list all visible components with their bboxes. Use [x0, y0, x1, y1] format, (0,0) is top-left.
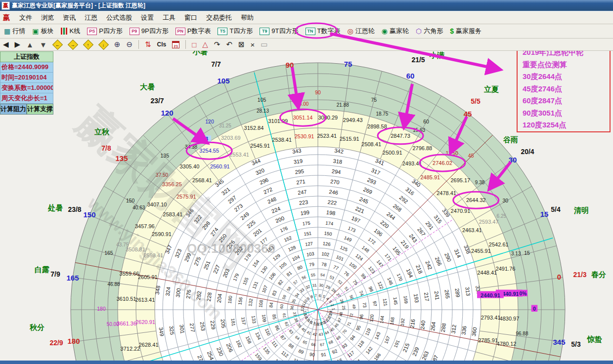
svg-text:2470.91: 2470.91: [451, 208, 471, 214]
menu-item-0[interactable]: 文件: [15, 12, 37, 24]
tool-cls[interactable]: Cls: [154, 40, 170, 48]
svg-text:43: 43: [318, 332, 324, 337]
toolbar-button-quotes[interactable]: ▦行情: [0, 26, 28, 37]
tool-triangle-tool[interactable]: △: [199, 40, 211, 49]
toolbar-button-9p-square[interactable]: P99P四方形: [126, 26, 172, 37]
tool-rotate-cw[interactable]: ↷: [211, 40, 223, 49]
tool-forward[interactable]: ▶: [12, 40, 24, 49]
tool-box-x-tool[interactable]: ⊠: [235, 40, 248, 49]
toolbar-label-p-table: P数字表: [187, 27, 211, 36]
svg-text:135: 135: [115, 154, 128, 162]
svg-text:清明: 清明: [573, 206, 589, 214]
svg-text:2560.91: 2560.91: [210, 163, 230, 169]
svg-text:90: 90: [309, 352, 315, 358]
menu-item-8[interactable]: 交易委托: [202, 12, 236, 24]
svg-text:145: 145: [393, 297, 399, 305]
svg-text:264: 264: [430, 322, 437, 331]
toolbar-button-p-table[interactable]: PNP数字表: [172, 26, 214, 37]
svg-text:37: 37: [292, 312, 297, 317]
tool-screen-tool[interactable]: ▭: [258, 40, 270, 49]
svg-text:25: 25: [341, 305, 346, 311]
info-row-0: 价格=2440.9099: [0, 62, 53, 73]
svg-text:90: 90: [315, 89, 321, 95]
svg-text:127: 127: [305, 241, 313, 247]
svg-text:336: 336: [460, 325, 467, 335]
svg-text:102: 102: [321, 251, 330, 257]
calc-support-button[interactable]: 计算支撑: [27, 104, 53, 115]
menu-item-4[interactable]: 公式选股: [102, 12, 136, 24]
menu-item-2[interactable]: 资讯: [58, 12, 80, 24]
toolbar-button-winner-wheel[interactable]: ◉赢家轮: [378, 26, 412, 37]
svg-text:20/4: 20/4: [521, 148, 534, 156]
tool-flip-up[interactable]: ▲: [23, 40, 37, 49]
toolbar-button-sectors[interactable]: ▣板块: [28, 26, 56, 37]
calc-resistance-button[interactable]: 计算阻力: [0, 104, 27, 115]
hexagon-icon: ⬡: [416, 27, 422, 35]
svg-text:春分: 春分: [591, 270, 606, 279]
tool-flip-down[interactable]: ▼: [37, 40, 50, 49]
annotation-line-3: 45度2746点: [523, 83, 610, 95]
tool-calendar[interactable]: 21: [169, 40, 182, 49]
toolbar-separator: [138, 40, 139, 49]
svg-text:180: 180: [67, 337, 80, 345]
svg-text:2620.91: 2620.91: [135, 319, 155, 325]
toolbar-button-hexagon[interactable]: ⬡六角形: [412, 26, 446, 37]
tool-pan-down[interactable]: ↓: [96, 40, 111, 49]
svg-text:2515.91: 2515.91: [340, 136, 359, 142]
menu-item-6[interactable]: 工具: [158, 12, 180, 24]
tool-rotate-ccw[interactable]: ↶: [223, 40, 235, 49]
svg-text:91: 91: [321, 352, 327, 358]
toolbar-button-gann-wheel[interactable]: ◎江恩轮: [343, 26, 377, 37]
svg-text:21.88: 21.88: [337, 102, 349, 108]
menu-item-7[interactable]: 窗口: [180, 12, 202, 24]
app-icon: 赢: [1, 1, 10, 10]
annotation-box: 2019年江恩轮中轮重要点位测算30度2644点45度2746点60度2847点…: [517, 43, 611, 132]
svg-text:立秋: 立秋: [94, 127, 110, 136]
svg-text:3559.66: 3559.66: [120, 271, 139, 277]
tool-square-tool[interactable]: □: [189, 40, 199, 49]
svg-text:66: 66: [311, 342, 316, 347]
svg-text:2793.41: 2793.41: [481, 315, 501, 321]
tool-zoom-out[interactable]: ⊖: [123, 40, 135, 49]
svg-text:75: 75: [371, 97, 377, 103]
tool-up-down-arrows[interactable]: ⇅: [142, 40, 154, 49]
toolbar-button-kline[interactable]: K线: [56, 26, 83, 37]
tool-pan-right[interactable]: →: [65, 40, 81, 49]
svg-text:3610.51: 3610.51: [117, 296, 136, 302]
menu-item-1[interactable]: 浏览: [37, 12, 58, 24]
toolbar-button-9t-square[interactable]: T99T四方形: [256, 26, 301, 37]
svg-text:343: 343: [292, 148, 302, 155]
arrow-glyph: ←: [55, 42, 60, 47]
svg-text:132: 132: [247, 298, 254, 306]
svg-text:151: 151: [304, 230, 312, 237]
svg-text:0: 0: [557, 273, 561, 281]
tool-back[interactable]: ◀: [0, 40, 12, 49]
tool-zoom-in[interactable]: ⊕: [111, 40, 124, 49]
svg-text:6.25: 6.25: [497, 213, 507, 219]
winner-wheel-icon: ◉: [382, 27, 388, 35]
svg-text:2949.43: 2949.43: [343, 117, 363, 123]
tool-pan-up[interactable]: ↑: [81, 40, 96, 49]
svg-text:2847.73: 2847.73: [391, 133, 410, 139]
toolbar-button-t-table[interactable]: TNT数字表: [302, 26, 344, 37]
menu-item-9[interactable]: 帮助: [236, 12, 258, 24]
svg-text:97: 97: [372, 301, 378, 307]
toolbar-button-p-square[interactable]: PSP四方形: [83, 26, 126, 37]
toolbar-button-winner-service[interactable]: $赢家服务: [446, 26, 484, 37]
svg-text:3051.14: 3051.14: [293, 115, 313, 121]
svg-text:79: 79: [309, 261, 315, 267]
tool-cross-tool[interactable]: ×: [248, 40, 258, 49]
tool-pan-left[interactable]: ←: [50, 40, 65, 49]
up-down-arrows-icon: ⇅: [145, 40, 151, 49]
svg-text:22/9: 22/9: [49, 339, 63, 347]
menu-item-5[interactable]: 设置: [136, 12, 158, 24]
menu-item-3[interactable]: 江恩: [80, 12, 102, 24]
info-row-3: 周天变化步长=1: [0, 93, 53, 104]
svg-text:150: 150: [324, 230, 332, 237]
rotate-ccw-icon: ↶: [226, 40, 232, 49]
svg-text:秋分: 秋分: [29, 323, 44, 331]
toolbar-button-t-square[interactable]: TST四方形: [214, 26, 256, 37]
svg-text:120: 120: [368, 314, 375, 323]
kline-icon: [60, 28, 67, 35]
svg-text:55: 55: [310, 273, 316, 278]
